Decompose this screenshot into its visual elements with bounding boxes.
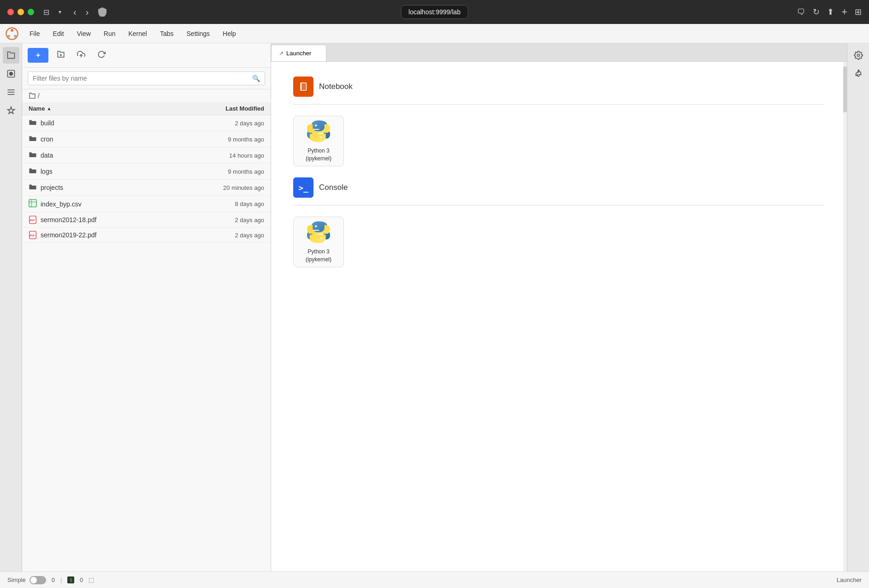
file-modified: 8 days ago: [190, 200, 264, 207]
jupyter-logo: [6, 27, 18, 40]
breadcrumb-path: /: [38, 92, 40, 100]
sidebar-item-files[interactable]: [3, 47, 19, 64]
sidebar-item-extensions[interactable]: [3, 102, 19, 119]
fullscreen-button[interactable]: [28, 9, 34, 15]
reload-icon[interactable]: ↻: [813, 7, 820, 17]
svg-point-5: [9, 72, 12, 76]
extensions-puzzle-icon[interactable]: [850, 65, 867, 82]
table-row[interactable]: PDF sermon2012-18.pdf 2 days ago: [22, 212, 271, 228]
python-logo-icon: [307, 119, 331, 143]
menu-help[interactable]: Help: [217, 28, 242, 39]
menu-tabs[interactable]: Tabs: [154, 28, 179, 39]
new-launcher-button[interactable]: +: [28, 48, 48, 63]
titlebar-actions: 🗨 ↻ ⬆ + ⊞: [797, 6, 862, 18]
chevron-down-icon[interactable]: ▾: [59, 9, 61, 15]
back-button[interactable]: ‹: [71, 6, 79, 18]
console-python3-card[interactable]: Python 3(ipykernel): [293, 217, 344, 267]
scrollbar-thumb[interactable]: [843, 66, 847, 112]
close-button[interactable]: [7, 9, 14, 15]
sidebar-item-toc[interactable]: [3, 84, 19, 100]
table-row[interactable]: logs 9 months ago: [22, 164, 271, 180]
launcher-content: Notebook: [271, 62, 847, 571]
svg-point-21: [320, 136, 322, 139]
folder-icon: [29, 183, 37, 192]
svg-rect-12: [29, 200, 36, 207]
table-row[interactable]: index_byp.csv 8 days ago: [22, 196, 271, 212]
terminal-icon: >_: [298, 183, 308, 193]
statusbar: Simple 0 | $ 0 ⬚ Launcher: [0, 571, 869, 588]
console-card-label: Python 3(ipykernel): [306, 248, 331, 264]
menu-run[interactable]: Run: [98, 28, 121, 39]
plus-icon: +: [36, 51, 40, 59]
table-row[interactable]: build 2 days ago: [22, 115, 271, 131]
terminal-count: 0: [52, 576, 55, 583]
tabs-grid-icon[interactable]: ⊞: [855, 7, 862, 17]
file-name: build: [41, 119, 190, 127]
terminal-icon-small: $: [67, 576, 74, 583]
upload-button[interactable]: [73, 48, 89, 63]
console-icon: >_: [293, 177, 313, 198]
column-modified-header[interactable]: Last Modified: [190, 105, 264, 112]
tab-launcher[interactable]: ↗ Launcher: [271, 45, 326, 61]
add-tab-icon[interactable]: +: [841, 6, 847, 18]
search-icon: 🔍: [252, 75, 260, 82]
folder-icon: [29, 135, 37, 144]
simple-toggle: Simple: [7, 576, 46, 584]
folder-icon: [29, 118, 37, 128]
share-icon[interactable]: ⬆: [827, 7, 834, 17]
menu-edit[interactable]: Edit: [47, 28, 70, 39]
cpu-icon: ⬚: [89, 576, 94, 583]
breadcrumb: /: [22, 89, 271, 102]
navigation-buttons: ‹ ›: [71, 6, 91, 18]
file-modified: 20 minutes ago: [190, 184, 264, 191]
forward-button[interactable]: ›: [83, 6, 92, 18]
toggle-thumb: [30, 577, 37, 583]
svg-point-22: [315, 225, 317, 228]
statusbar-launcher-label: Launcher: [837, 576, 862, 583]
folder-icon: [29, 167, 37, 176]
pdf-icon: PDF: [29, 231, 37, 239]
svg-text:PDF: PDF: [30, 234, 35, 237]
new-folder-button[interactable]: [53, 48, 69, 63]
table-row[interactable]: projects 20 minutes ago: [22, 180, 271, 196]
folder-icon: [29, 151, 37, 160]
file-name: data: [41, 152, 190, 159]
file-name: projects: [41, 184, 190, 191]
menubar: File Edit View Run Kernel Tabs Settings …: [0, 24, 869, 43]
launcher-tab-icon: ↗: [279, 50, 284, 57]
search-wrap: 🔍: [28, 71, 265, 85]
menu-kernel[interactable]: Kernel: [123, 28, 152, 39]
console-divider: [293, 205, 825, 206]
table-row[interactable]: cron 9 months ago: [22, 131, 271, 147]
minimize-button[interactable]: [18, 9, 24, 15]
menu-view[interactable]: View: [71, 28, 96, 39]
table-row[interactable]: PDF sermon2019-22.pdf 2 days ago: [22, 228, 271, 243]
svg-point-20: [315, 124, 317, 127]
right-panel: [847, 43, 869, 571]
settings-gear-icon[interactable]: [850, 47, 867, 64]
refresh-button[interactable]: [94, 48, 109, 63]
notebook-section-title: Notebook: [293, 76, 825, 97]
column-name-header[interactable]: Name ▲: [29, 105, 190, 112]
svg-point-1: [11, 29, 13, 32]
python-logo-icon: [307, 220, 331, 244]
menu-settings[interactable]: Settings: [181, 28, 216, 39]
simple-toggle-button[interactable]: [30, 576, 46, 584]
icon-sidebar: [0, 43, 22, 571]
sidebar-toggle-button[interactable]: ⊟: [43, 8, 49, 17]
translate-icon[interactable]: 🗨: [797, 7, 805, 17]
svg-point-24: [857, 54, 859, 57]
file-name: sermon2019-22.pdf: [41, 231, 190, 239]
titlebar: ⊟ ▾ ‹ › localhost:9999/lab 🗨 ↻ ⬆ + ⊞: [0, 0, 869, 24]
search-input[interactable]: [33, 75, 252, 82]
url-bar[interactable]: localhost:9999/lab: [401, 5, 468, 19]
sort-asc-icon: ▲: [47, 106, 51, 111]
tab-label: Launcher: [286, 50, 311, 57]
table-row[interactable]: data 14 hours ago: [22, 147, 271, 164]
file-modified: 9 months ago: [190, 136, 264, 143]
notebook-card-label: Python 3(ipykernel): [306, 147, 331, 163]
notebook-python3-card[interactable]: Python 3(ipykernel): [293, 116, 344, 166]
menu-file[interactable]: File: [24, 28, 46, 39]
url-text: localhost:9999/lab: [408, 8, 461, 16]
sidebar-item-running[interactable]: [3, 65, 19, 82]
